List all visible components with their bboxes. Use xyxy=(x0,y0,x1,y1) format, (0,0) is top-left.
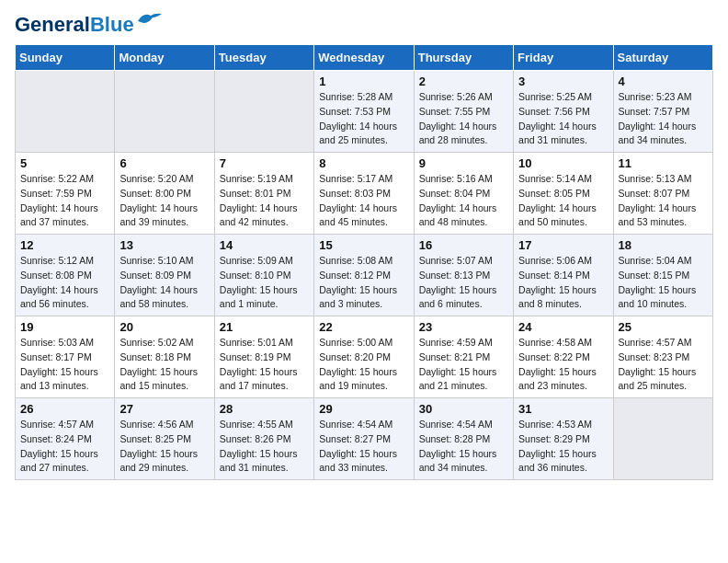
day-number: 17 xyxy=(518,238,608,252)
day-info: Sunrise: 5:22 AM Sunset: 7:59 PM Dayligh… xyxy=(20,172,109,230)
day-number: 24 xyxy=(518,320,608,334)
calendar-day-3: 3Sunrise: 5:25 AM Sunset: 7:56 PM Daylig… xyxy=(514,71,613,153)
day-number: 2 xyxy=(419,75,508,88)
weekday-header-saturday: Saturday xyxy=(613,45,712,71)
weekday-header-sunday: Sunday xyxy=(16,45,115,71)
day-info: Sunrise: 5:19 AM Sunset: 8:01 PM Dayligh… xyxy=(220,172,309,230)
calendar-day-18: 18Sunrise: 5:04 AM Sunset: 8:15 PM Dayli… xyxy=(613,235,712,316)
calendar-day-24: 24Sunrise: 4:58 AM Sunset: 8:22 PM Dayli… xyxy=(514,316,613,398)
day-info: Sunrise: 5:08 AM Sunset: 8:12 PM Dayligh… xyxy=(319,254,408,312)
calendar-day-1: 1Sunrise: 5:28 AM Sunset: 7:53 PM Daylig… xyxy=(314,71,414,153)
calendar-day-22: 22Sunrise: 5:00 AM Sunset: 8:20 PM Dayli… xyxy=(314,316,414,398)
calendar-day-17: 17Sunrise: 5:06 AM Sunset: 8:14 PM Dayli… xyxy=(514,235,613,316)
day-info: Sunrise: 4:54 AM Sunset: 8:28 PM Dayligh… xyxy=(419,418,508,476)
empty-calendar-cell xyxy=(16,71,115,153)
calendar-day-28: 28Sunrise: 4:55 AM Sunset: 8:26 PM Dayli… xyxy=(214,398,313,480)
day-number: 15 xyxy=(319,238,408,252)
day-number: 20 xyxy=(119,320,209,334)
calendar-day-19: 19Sunrise: 5:03 AM Sunset: 8:17 PM Dayli… xyxy=(16,316,115,398)
day-number: 9 xyxy=(419,156,508,170)
calendar-day-8: 8Sunrise: 5:17 AM Sunset: 8:03 PM Daylig… xyxy=(314,153,414,235)
day-info: Sunrise: 4:53 AM Sunset: 8:29 PM Dayligh… xyxy=(518,418,608,476)
page-header: GeneralBlue xyxy=(15,15,713,35)
empty-calendar-cell xyxy=(115,71,214,153)
day-info: Sunrise: 5:00 AM Sunset: 8:20 PM Dayligh… xyxy=(319,336,408,394)
day-info: Sunrise: 5:12 AM Sunset: 8:08 PM Dayligh… xyxy=(20,254,109,312)
calendar-day-20: 20Sunrise: 5:02 AM Sunset: 8:18 PM Dayli… xyxy=(115,316,214,398)
empty-calendar-cell xyxy=(613,398,712,480)
day-number: 22 xyxy=(319,320,408,334)
day-number: 27 xyxy=(119,402,209,416)
day-info: Sunrise: 5:01 AM Sunset: 8:19 PM Dayligh… xyxy=(220,336,309,394)
day-number: 29 xyxy=(319,402,408,416)
day-number: 4 xyxy=(619,75,708,88)
day-info: Sunrise: 4:55 AM Sunset: 8:26 PM Dayligh… xyxy=(220,418,309,476)
day-info: Sunrise: 5:23 AM Sunset: 7:57 PM Dayligh… xyxy=(619,90,708,148)
calendar-day-21: 21Sunrise: 5:01 AM Sunset: 8:19 PM Dayli… xyxy=(214,316,313,398)
day-info: Sunrise: 5:26 AM Sunset: 7:55 PM Dayligh… xyxy=(419,90,508,148)
calendar-week-row: 26Sunrise: 4:57 AM Sunset: 8:24 PM Dayli… xyxy=(16,398,713,480)
day-number: 23 xyxy=(419,320,508,334)
logo-bird-icon xyxy=(136,10,164,32)
day-number: 14 xyxy=(220,238,309,252)
day-number: 1 xyxy=(319,75,408,88)
day-info: Sunrise: 4:58 AM Sunset: 8:22 PM Dayligh… xyxy=(518,336,608,394)
calendar-day-4: 4Sunrise: 5:23 AM Sunset: 7:57 PM Daylig… xyxy=(613,71,712,153)
calendar-day-27: 27Sunrise: 4:56 AM Sunset: 8:25 PM Dayli… xyxy=(115,398,214,480)
day-info: Sunrise: 4:56 AM Sunset: 8:25 PM Dayligh… xyxy=(119,418,209,476)
day-info: Sunrise: 5:06 AM Sunset: 8:14 PM Dayligh… xyxy=(518,254,608,312)
day-number: 31 xyxy=(518,402,608,416)
day-info: Sunrise: 5:07 AM Sunset: 8:13 PM Dayligh… xyxy=(419,254,508,312)
calendar-day-16: 16Sunrise: 5:07 AM Sunset: 8:13 PM Dayli… xyxy=(414,235,513,316)
day-number: 11 xyxy=(619,156,708,170)
calendar-day-11: 11Sunrise: 5:13 AM Sunset: 8:07 PM Dayli… xyxy=(613,153,712,235)
day-info: Sunrise: 5:14 AM Sunset: 8:05 PM Dayligh… xyxy=(518,172,608,230)
day-info: Sunrise: 5:28 AM Sunset: 7:53 PM Dayligh… xyxy=(319,90,408,148)
day-info: Sunrise: 5:10 AM Sunset: 8:09 PM Dayligh… xyxy=(119,254,209,312)
weekday-header-monday: Monday xyxy=(115,45,214,71)
calendar-day-13: 13Sunrise: 5:10 AM Sunset: 8:09 PM Dayli… xyxy=(115,235,214,316)
day-number: 12 xyxy=(20,238,109,252)
day-info: Sunrise: 4:57 AM Sunset: 8:24 PM Dayligh… xyxy=(20,418,109,476)
day-info: Sunrise: 5:17 AM Sunset: 8:03 PM Dayligh… xyxy=(319,172,408,230)
weekday-header-friday: Friday xyxy=(514,45,613,71)
empty-calendar-cell xyxy=(214,71,313,153)
day-number: 3 xyxy=(518,75,608,88)
day-info: Sunrise: 5:16 AM Sunset: 8:04 PM Dayligh… xyxy=(419,172,508,230)
calendar-day-12: 12Sunrise: 5:12 AM Sunset: 8:08 PM Dayli… xyxy=(16,235,115,316)
day-number: 10 xyxy=(518,156,608,170)
calendar-day-14: 14Sunrise: 5:09 AM Sunset: 8:10 PM Dayli… xyxy=(214,235,313,316)
calendar-day-2: 2Sunrise: 5:26 AM Sunset: 7:55 PM Daylig… xyxy=(414,71,513,153)
logo-text: GeneralBlue xyxy=(15,15,134,35)
day-number: 7 xyxy=(220,156,309,170)
calendar-day-7: 7Sunrise: 5:19 AM Sunset: 8:01 PM Daylig… xyxy=(214,153,313,235)
day-info: Sunrise: 5:13 AM Sunset: 8:07 PM Dayligh… xyxy=(619,172,708,230)
day-info: Sunrise: 5:20 AM Sunset: 8:00 PM Dayligh… xyxy=(119,172,209,230)
day-number: 6 xyxy=(119,156,209,170)
day-number: 13 xyxy=(119,238,209,252)
calendar-day-25: 25Sunrise: 4:57 AM Sunset: 8:23 PM Dayli… xyxy=(613,316,712,398)
day-number: 25 xyxy=(619,320,708,334)
day-info: Sunrise: 5:02 AM Sunset: 8:18 PM Dayligh… xyxy=(119,336,209,394)
logo: GeneralBlue xyxy=(15,15,164,35)
calendar-day-29: 29Sunrise: 4:54 AM Sunset: 8:27 PM Dayli… xyxy=(314,398,414,480)
weekday-header-wednesday: Wednesday xyxy=(314,45,414,71)
day-number: 18 xyxy=(619,238,708,252)
day-info: Sunrise: 4:57 AM Sunset: 8:23 PM Dayligh… xyxy=(619,336,708,394)
calendar-week-row: 1Sunrise: 5:28 AM Sunset: 7:53 PM Daylig… xyxy=(16,71,713,153)
day-info: Sunrise: 4:54 AM Sunset: 8:27 PM Dayligh… xyxy=(319,418,408,476)
calendar-week-row: 12Sunrise: 5:12 AM Sunset: 8:08 PM Dayli… xyxy=(16,235,713,316)
weekday-header-tuesday: Tuesday xyxy=(214,45,313,71)
weekday-header-row: SundayMondayTuesdayWednesdayThursdayFrid… xyxy=(16,45,713,71)
day-number: 28 xyxy=(220,402,309,416)
day-number: 5 xyxy=(20,156,109,170)
calendar-day-31: 31Sunrise: 4:53 AM Sunset: 8:29 PM Dayli… xyxy=(514,398,613,480)
day-number: 26 xyxy=(20,402,109,416)
day-info: Sunrise: 5:03 AM Sunset: 8:17 PM Dayligh… xyxy=(20,336,109,394)
weekday-header-thursday: Thursday xyxy=(414,45,513,71)
calendar-day-5: 5Sunrise: 5:22 AM Sunset: 7:59 PM Daylig… xyxy=(16,153,115,235)
calendar-day-26: 26Sunrise: 4:57 AM Sunset: 8:24 PM Dayli… xyxy=(16,398,115,480)
calendar-week-row: 5Sunrise: 5:22 AM Sunset: 7:59 PM Daylig… xyxy=(16,153,713,235)
day-number: 21 xyxy=(220,320,309,334)
day-info: Sunrise: 4:59 AM Sunset: 8:21 PM Dayligh… xyxy=(419,336,508,394)
